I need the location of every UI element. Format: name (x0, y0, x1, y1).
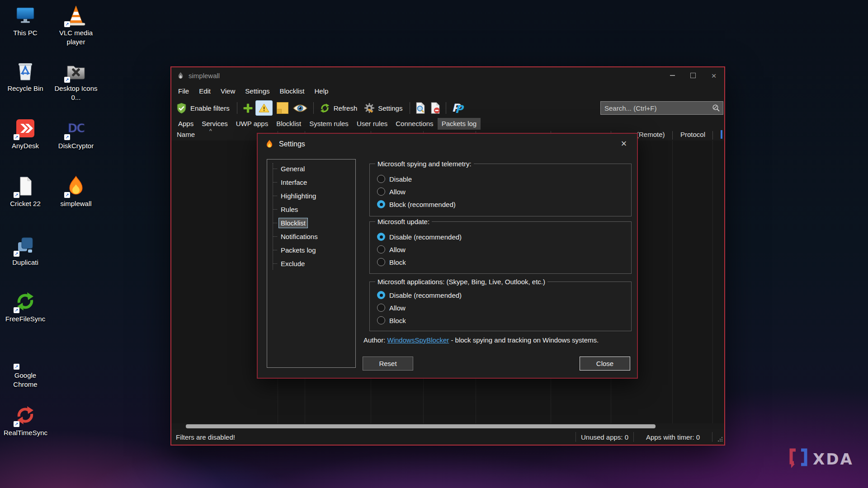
nav-item-interface[interactable]: Interface (267, 175, 355, 189)
desktop-icon-label: AnyDesk (12, 141, 39, 150)
radio-block[interactable]: Block (377, 314, 627, 327)
menu-settings[interactable]: Settings (240, 87, 274, 95)
group-microsoft-update: Microsoft update: Disable (recommended) … (369, 218, 632, 274)
desktop-icon-label: Cricket 22 (10, 199, 41, 208)
column-header-name[interactable]: Name (177, 131, 195, 138)
radio-selected-icon (377, 291, 385, 299)
group-label: Microsoft spying and telemetry: (375, 160, 474, 168)
settings-button[interactable] (364, 103, 375, 113)
desktop-icon-recycle-bin[interactable]: Recycle Bin (2, 60, 49, 93)
tab-packets-log[interactable]: Packets log (438, 118, 481, 130)
reset-button[interactable]: Reset (363, 357, 413, 371)
xda-watermark: XDA (788, 447, 854, 471)
desktop-icon-simplewall[interactable]: ↗ simplewall (52, 175, 99, 208)
refresh-label[interactable]: Refresh (334, 104, 358, 112)
desktop-icon-vlc[interactable]: ↗ VLC media player (52, 5, 99, 46)
radio-disable[interactable]: Disable (377, 173, 627, 185)
desktop-icon-cricket22[interactable]: ↗ Cricket 22 (2, 175, 49, 208)
warning-triangle-icon (259, 103, 269, 113)
desktop-icon-diskcryptor[interactable]: DC ↗ DiskCryptor (52, 117, 99, 150)
paypal-donate-button[interactable]: PP (452, 102, 465, 114)
desktop-icon-chrome[interactable]: ↗ Google Chrome (2, 347, 49, 389)
menu-help[interactable]: Help (310, 87, 334, 95)
menu-blocklist[interactable]: Blocklist (274, 87, 309, 95)
nav-item-exclude[interactable]: Exclude (267, 257, 355, 270)
enable-filters-button[interactable] (176, 103, 187, 114)
enable-filters-label[interactable]: Enable filters (190, 104, 230, 112)
menu-edit[interactable]: Edit (194, 87, 216, 95)
maximize-button[interactable] (683, 67, 703, 84)
show-alerts-button[interactable] (255, 100, 273, 116)
tab-user-rules[interactable]: User rules (353, 118, 392, 130)
author-prefix: Author: (363, 336, 387, 344)
group-label: Microsoft applications: (Skype, Bing, Li… (375, 278, 547, 286)
radio-disable-recommended[interactable]: Disable (recommended) (377, 230, 627, 243)
svg-text:DC: DC (68, 122, 85, 135)
this-pc-icon (14, 5, 36, 26)
toolbar-separator (313, 102, 314, 114)
plus-icon (243, 103, 253, 113)
menu-view[interactable]: View (216, 87, 240, 95)
chrome-icon: ↗ (14, 347, 36, 369)
radio-block[interactable]: Block (377, 256, 627, 268)
windowsspyblocker-link[interactable]: WindowsSpyBlocker (387, 336, 449, 344)
tab-system-rules[interactable]: System rules (305, 118, 353, 130)
desktop-icon-this-pc[interactable]: This PC (2, 5, 49, 38)
notes-button[interactable] (277, 102, 288, 114)
nav-item-general[interactable]: General (267, 162, 355, 175)
desktop-icon-realtimesync[interactable]: ↗ RealTimeSync (2, 404, 49, 437)
radio-icon (377, 245, 385, 253)
shield-check-icon (176, 103, 187, 114)
log-view-button[interactable] (415, 102, 425, 114)
menu-file[interactable]: File (173, 87, 194, 95)
desktop: This PC ↗ VLC media player Recycle Bin ↗… (0, 0, 868, 488)
tab-uwp-apps[interactable]: UWP apps (232, 118, 272, 130)
close-dialog-button[interactable]: Close (580, 357, 630, 371)
radio-allow[interactable]: Allow (377, 301, 627, 314)
anydesk-icon: ↗ (14, 117, 36, 139)
desktop-icon-desktop-icons[interactable]: ↗ Desktop Icons 0... (52, 60, 99, 102)
column-header-remote[interactable]: (Remote) (637, 131, 665, 138)
nav-item-packets-log[interactable]: Packets log (267, 243, 355, 257)
desktop-icon-duplicati[interactable]: ↗ Duplicati (2, 234, 49, 267)
desktop-icon-freefilesync[interactable]: ↗ FreeFileSync (2, 291, 49, 324)
desktop-icon-label: This PC (13, 28, 37, 38)
tab-connections[interactable]: Connections (392, 118, 437, 130)
nav-item-blocklist[interactable]: Blocklist (267, 216, 355, 230)
group-microsoft-spying: Microsoft spying and telemetry: Disable … (369, 160, 632, 216)
app-flame-icon (177, 72, 184, 80)
radio-disable-recommended[interactable]: Disable (recommended) (377, 289, 627, 301)
eye-icon (292, 103, 308, 113)
nav-item-notifications[interactable]: Notifications (267, 230, 355, 243)
shortcut-arrow-icon: ↗ (64, 21, 70, 27)
tab-services[interactable]: Services (198, 118, 232, 130)
tab-apps[interactable]: Apps (174, 118, 198, 130)
show-hidden-button[interactable] (292, 103, 308, 113)
radio-allow[interactable]: Allow (377, 185, 627, 198)
log-clear-button[interactable] (430, 102, 440, 114)
add-rule-button[interactable] (243, 103, 253, 113)
column-header-protocol[interactable]: Protocol (680, 131, 705, 138)
resize-grip[interactable] (712, 432, 724, 442)
radio-allow[interactable]: Allow (377, 243, 627, 256)
close-button[interactable]: × (703, 67, 724, 84)
vlc-cone-icon: ↗ (65, 5, 87, 26)
nav-item-highlighting[interactable]: Highlighting (267, 189, 355, 202)
radio-icon (377, 258, 385, 266)
horizontal-scrollbar[interactable] (171, 423, 724, 429)
dialog-close-icon[interactable]: × (618, 138, 630, 150)
desktop-icon-anydesk[interactable]: ↗ AnyDesk (2, 117, 49, 150)
desktop-icon-label: Duplicati (12, 258, 38, 267)
window-titlebar: simplewall × (171, 67, 724, 84)
scrollbar-thumb[interactable] (186, 424, 656, 428)
window-controls: × (662, 67, 724, 84)
radio-block-recommended[interactable]: Block (recommended) (377, 198, 627, 211)
search-input[interactable] (600, 101, 723, 115)
nav-item-rules[interactable]: Rules (267, 202, 355, 216)
refresh-button[interactable] (319, 103, 330, 114)
tab-bar: Apps Services UWP apps Blocklist System … (171, 117, 724, 130)
settings-label[interactable]: Settings (378, 104, 402, 112)
minimize-button[interactable] (662, 67, 683, 84)
xda-watermark-text: XDA (813, 450, 854, 468)
tab-blocklist[interactable]: Blocklist (272, 118, 305, 130)
